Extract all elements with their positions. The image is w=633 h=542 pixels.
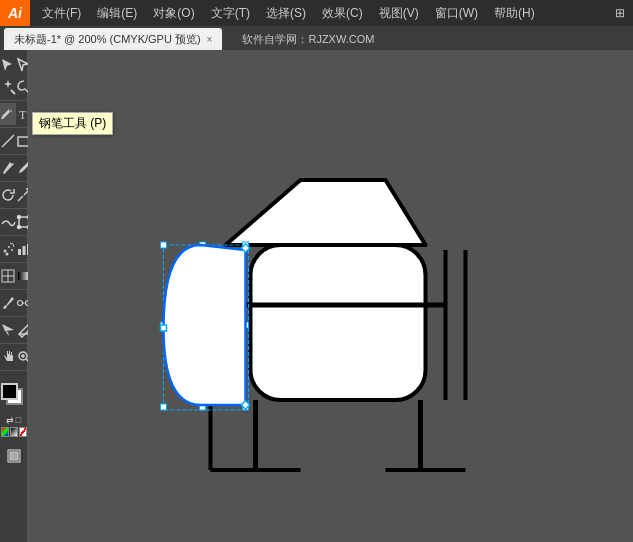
tab-title: 未标题-1* @ 200% (CMYK/GPU 预览) (14, 32, 201, 47)
grid-view-btn[interactable]: ⊞ (607, 0, 633, 26)
tool-group-mesh (0, 263, 27, 290)
svg-line-0 (11, 90, 15, 94)
menu-view[interactable]: 视图(V) (371, 0, 427, 26)
magic-wand-btn[interactable] (0, 76, 16, 98)
tabs-bar: 未标题-1* @ 200% (CMYK/GPU 预览) × 软件自学网：RJZX… (0, 26, 633, 50)
screen-mode-btn[interactable] (0, 445, 27, 467)
svg-rect-32 (251, 245, 426, 400)
svg-line-2 (2, 135, 14, 147)
color-mode-btn[interactable] (1, 427, 9, 437)
gradient-mode-btn[interactable] (10, 427, 18, 437)
rotate-btn[interactable] (0, 184, 16, 206)
warp-btn[interactable] (0, 211, 16, 233)
tool-group-selection (0, 52, 27, 101)
canvas-area[interactable] (28, 50, 633, 542)
menu-object[interactable]: 对象(O) (145, 0, 202, 26)
toolbar: 钢笔工具 (P) (0, 50, 28, 542)
svg-point-20 (4, 306, 7, 309)
pen-tool-btn[interactable] (0, 103, 16, 125)
tool-group-pen: T (0, 101, 27, 128)
tool-group-zoom (0, 344, 27, 371)
svg-rect-43 (161, 242, 167, 248)
slice-btn[interactable] (0, 319, 16, 341)
svg-point-5 (18, 216, 21, 219)
secondary-tab-title: 软件自学网：RJZXW.COM (242, 32, 374, 47)
tool-group-transform (0, 182, 27, 209)
paintbrush-btn[interactable] (0, 157, 16, 179)
main-area: 钢笔工具 (P) (0, 50, 633, 542)
eyedropper-btn[interactable] (0, 292, 16, 314)
none-mode-btn[interactable] (19, 427, 27, 437)
svg-rect-30 (10, 452, 18, 460)
swap-colors-btn[interactable]: ⇄ (6, 415, 14, 425)
drawing-canvas (28, 50, 633, 542)
tool-group-symbol (0, 236, 27, 263)
menu-effect[interactable]: 效果(C) (314, 0, 371, 26)
menu-type[interactable]: 文字(T) (203, 0, 258, 26)
tool-group-warp (0, 209, 27, 236)
selection-tool-btn[interactable] (0, 54, 16, 76)
menu-edit[interactable]: 编辑(E) (89, 0, 145, 26)
menu-window[interactable]: 窗口(W) (427, 0, 486, 26)
svg-point-10 (8, 246, 10, 248)
default-colors-btn[interactable]: □ (16, 415, 21, 425)
secondary-tab[interactable]: 软件自学网：RJZXW.COM (232, 28, 384, 50)
menu-bar: 文件(F) 编辑(E) 对象(O) 文字(T) 选择(S) 效果(C) 视图(V… (30, 0, 633, 26)
hand-btn[interactable] (0, 346, 16, 368)
menu-select[interactable]: 选择(S) (258, 0, 314, 26)
menu-help[interactable]: 帮助(H) (486, 0, 543, 26)
svg-rect-14 (23, 246, 26, 255)
titlebar: Ai 文件(F) 编辑(E) 对象(O) 文字(T) 选择(S) 效果(C) 视… (0, 0, 633, 26)
tab-close-btn[interactable]: × (207, 34, 213, 45)
svg-point-12 (6, 253, 9, 256)
tool-group-eyedropper (0, 290, 27, 317)
tool-group-slice (0, 317, 27, 344)
mesh-btn[interactable] (0, 265, 16, 287)
active-tab[interactable]: 未标题-1* @ 200% (CMYK/GPU 预览) × (4, 28, 222, 50)
tool-group-brush (0, 155, 27, 182)
svg-rect-53 (161, 325, 167, 331)
line-segment-btn[interactable] (0, 130, 16, 152)
tool-group-line (0, 128, 27, 155)
svg-rect-13 (18, 249, 21, 255)
symbol-sprayer-btn[interactable] (0, 238, 16, 260)
color-section: ⇄ □ (1, 375, 27, 441)
menu-file[interactable]: 文件(F) (34, 0, 89, 26)
svg-point-11 (11, 249, 13, 251)
svg-text:T: T (19, 108, 27, 122)
tool-tooltip: 钢笔工具 (P) (32, 112, 113, 135)
svg-point-7 (18, 226, 21, 229)
app-logo: Ai (0, 0, 30, 26)
svg-rect-45 (161, 404, 167, 410)
svg-point-9 (4, 250, 7, 253)
stroke-color-box[interactable] (1, 383, 18, 400)
svg-point-21 (18, 301, 23, 306)
